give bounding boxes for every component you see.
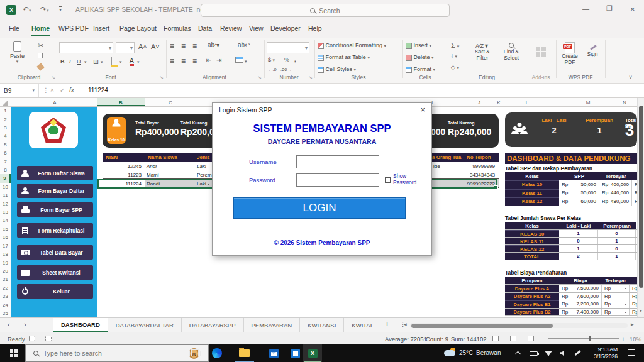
decrease-font-icon[interactable]: A˅ <box>151 43 160 50</box>
tray-expand-icon[interactable] <box>515 351 521 358</box>
sort-filter-button[interactable]: A∕Z▼ Sort & Filter <box>469 43 496 61</box>
spp-row[interactable]: Kelas 10 Rp50,000 Rp400,000 Rp <box>505 180 638 189</box>
student-row-right[interactable]: ide 99999999 <box>432 162 499 170</box>
cell-telpon[interactable]: 9999922222 <box>432 181 495 187</box>
column-header[interactable]: N <box>623 100 626 106</box>
password-field[interactable] <box>296 173 379 187</box>
siswa-row[interactable]: KELAS 10 1 0 <box>505 230 638 238</box>
font-size-select[interactable]: ▾ <box>116 42 135 53</box>
tab-data[interactable]: Data <box>198 25 212 32</box>
tab-formulas[interactable]: Formulas <box>164 25 191 32</box>
underline-button[interactable]: U <box>77 58 81 65</box>
sidebar-button-tabel-data-bayar[interactable]: Tabel Data Bayar <box>17 245 93 260</box>
close-button[interactable]: × <box>630 4 635 14</box>
cell-telpon[interactable]: 343434343 <box>432 172 495 178</box>
edge-browser-icon[interactable] <box>212 348 222 358</box>
page-layout-view-icon[interactable] <box>510 336 516 341</box>
fx-icon[interactable]: fx <box>69 87 74 94</box>
sheet-tab-kwitansi2[interactable]: KWITAI <box>344 318 372 332</box>
font-color-icon[interactable]: A <box>130 58 134 66</box>
cell-nisn[interactable]: 11223 <box>103 172 142 178</box>
taskbar-search-input[interactable] <box>43 349 157 357</box>
wrap-text-icon[interactable]: ab↩ <box>238 41 250 48</box>
macro-record-icon[interactable] <box>29 336 35 341</box>
row-header[interactable]: 16 <box>0 233 11 241</box>
row-headers[interactable]: 1234567891011121314151617181920212223242… <box>0 107 11 317</box>
row-header[interactable]: 7 <box>0 157 11 165</box>
cell-telpon[interactable]: 99999999 <box>432 163 495 169</box>
sheet-tab-kwitansi[interactable]: KWITANSI <box>300 318 344 332</box>
cell-styles-button[interactable]: Cell Styles ▾ <box>318 66 356 73</box>
format-painter-icon[interactable] <box>38 64 43 71</box>
row-header[interactable]: 15 <box>0 225 11 233</box>
percent-style-icon[interactable]: % <box>284 57 289 63</box>
excel-taskbar-icon[interactable]: X <box>303 344 322 362</box>
tab-help[interactable]: Help <box>308 25 322 32</box>
row-header[interactable]: 6 <box>0 149 11 157</box>
spp-row[interactable]: Kelas 12 Rp60,000 Rp480,000 Rp <box>505 197 638 206</box>
row-header[interactable]: 20 <box>0 267 11 275</box>
minimize-button[interactable]: — <box>582 5 589 13</box>
cancel-entry-icon[interactable]: × <box>50 87 54 94</box>
zoom-level[interactable]: 10% <box>630 336 641 343</box>
student-row-right[interactable]: 343434343 <box>432 170 499 179</box>
biaya-row[interactable]: Daycare Plus A2 Rp7,600,000 Rp- Rp <box>505 293 638 301</box>
login-button[interactable]: LOGIN <box>233 197 406 219</box>
sidebar-button-form-rekapitulasi[interactable]: Form Rekapitulasi <box>17 223 93 238</box>
sheet-tab-pembayaran[interactable]: PEMBAYARAN <box>244 318 301 332</box>
column-header[interactable]: K <box>497 100 500 106</box>
number-dialog-launcher[interactable]: ↘ <box>308 75 313 80</box>
vertical-scrollbar-thumb[interactable] <box>639 106 643 288</box>
insert-cells-button[interactable]: Insert ▾ <box>406 42 431 49</box>
biaya-row[interactable]: Daycare Plus A Rp7,500,000 Rp- Rp <box>505 285 638 293</box>
battery-icon[interactable] <box>530 351 538 356</box>
task-view-icon[interactable] <box>191 349 199 356</box>
zoom-slider-track[interactable] <box>548 338 619 339</box>
confirm-entry-icon[interactable]: ✓ <box>60 87 65 94</box>
column-header[interactable]: J <box>478 100 480 106</box>
vertical-scrollbar[interactable]: ▼ <box>637 98 644 317</box>
row-header[interactable]: 10 <box>0 183 11 191</box>
accessibility-icon[interactable] <box>45 336 52 341</box>
weather-temp[interactable]: 25°C <box>459 349 473 356</box>
italic-button[interactable]: I <box>69 58 71 65</box>
clipboard-dialog-launcher[interactable]: ↘ <box>51 75 55 80</box>
student-row-right-selected[interactable]: 9999922222 <box>432 179 499 188</box>
row-header[interactable]: 17 <box>0 242 11 250</box>
next-sheet-icon[interactable]: › <box>24 321 26 328</box>
column-header[interactable]: M <box>586 100 591 106</box>
align-bottom-icon[interactable]: ≡ <box>192 41 197 50</box>
siswa-row[interactable]: KELAS 12 1 0 <box>505 245 638 253</box>
tab-insert[interactable]: Insert <box>93 25 109 32</box>
font-color-dropdown-icon[interactable]: ▾ <box>137 60 140 65</box>
row-header[interactable]: 1 <box>0 107 11 115</box>
underline-dropdown-icon[interactable]: ▾ <box>84 60 87 65</box>
customize-quick-access-icon[interactable]: ▾ <box>59 6 62 13</box>
comma-style-icon[interactable]: , <box>294 57 296 63</box>
increase-font-icon[interactable]: A˄ <box>138 43 147 50</box>
row-header[interactable]: 3 <box>0 124 11 132</box>
cell-nama[interactable]: Andi <box>147 163 157 169</box>
accounting-format-icon[interactable]: $ ▾ <box>268 57 275 63</box>
borders-icon[interactable]: ⊞ <box>93 58 99 66</box>
office-search-box[interactable]: Search <box>201 4 450 17</box>
format-as-table-button[interactable]: Format as Table ▾ <box>318 54 370 61</box>
column-header[interactable]: A <box>53 100 56 106</box>
taskbar-clock[interactable]: 9:13 AM 3/15/2026 <box>594 346 618 360</box>
row-header[interactable]: 5 <box>0 141 11 149</box>
sheet-tab-databayarspp[interactable]: DATABAYARSPP <box>182 318 244 332</box>
siswa-row[interactable]: KELAS 11 0 1 <box>505 238 638 245</box>
formula-bar-value[interactable]: 111224 <box>88 87 108 94</box>
column-header[interactable]: C <box>169 100 172 106</box>
number-format-select[interactable]: ▾ <box>267 42 309 53</box>
format-cells-button[interactable]: Format ▾ <box>406 66 435 73</box>
align-top-icon[interactable]: ≡ <box>170 41 174 50</box>
paste-button[interactable]: Paste ▾ <box>10 41 25 64</box>
username-field[interactable] <box>296 155 379 168</box>
weather-icon[interactable] <box>444 350 455 356</box>
select-all-corner[interactable] <box>3 100 8 106</box>
spp-row[interactable]: Kelas 11 Rp55,000 Rp440,000 Rp <box>505 189 638 198</box>
fill-down-icon[interactable]: ⤓ ▾ <box>451 53 457 60</box>
row-header[interactable]: 8 <box>0 166 11 174</box>
action-center-icon[interactable] <box>628 349 635 356</box>
